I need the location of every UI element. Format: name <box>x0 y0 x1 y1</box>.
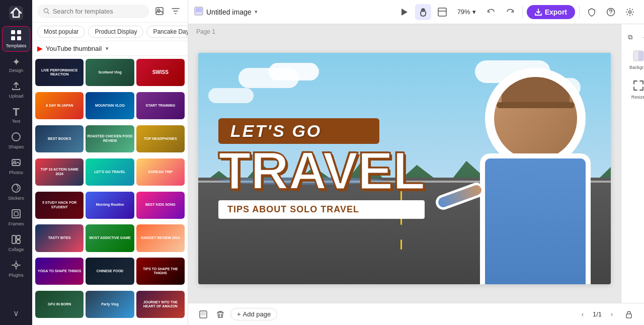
page-nav: ‹ 1/1 › <box>577 308 618 320</box>
list-item[interactable]: MOST ADDICTIVE GAME <box>86 224 134 252</box>
divider2 <box>579 6 580 18</box>
list-item[interactable]: LIVE PERFORMANCE REACTION <box>35 59 84 86</box>
list-item[interactable]: CHINESE FOOD <box>86 258 134 285</box>
hand-tool-button[interactable] <box>415 4 431 20</box>
filter-icon[interactable] <box>169 4 183 18</box>
list-item[interactable]: MOUNTAIN VLOG <box>86 92 134 119</box>
background-label: Backgr... <box>629 65 644 70</box>
search-wrapper[interactable] <box>37 5 149 18</box>
sidebar-item-stickers[interactable]: Stickers <box>2 180 30 204</box>
sidebar-item-photos[interactable]: Photos <box>2 154 30 178</box>
sidebar-item-upload[interactable]: Upload <box>2 78 30 102</box>
bottom-bar: + Add page ‹ 1/1 › <box>188 303 644 325</box>
list-item[interactable]: START TRAINING <box>136 92 185 119</box>
canvas-workspace: Page 1 <box>188 24 644 303</box>
next-page-button[interactable]: › <box>606 308 618 320</box>
lock-button[interactable] <box>622 307 636 321</box>
list-item[interactable]: KOREAN TRIP <box>136 158 185 186</box>
doc-title-area[interactable]: Untitled image ▾ <box>194 7 258 18</box>
category-selector[interactable]: ▶ YouTube thumbnail ▾ <box>32 41 188 56</box>
top-bar: Untitled image ▾ 79% <box>188 0 644 24</box>
resize-label: Resize <box>631 95 644 100</box>
sidebar-item-label-templates: Templates <box>6 43 26 48</box>
page-thumbnail-icon[interactable] <box>196 307 210 321</box>
page-label: Page 1 <box>196 28 215 35</box>
delete-page-icon[interactable] <box>213 307 227 321</box>
filter-tab-product-display[interactable]: Product Display <box>88 26 143 38</box>
resize-panel-item[interactable]: Resize <box>623 76 645 104</box>
list-item[interactable]: TOP HEADPHONES <box>136 125 185 152</box>
list-item[interactable]: Scotland Vlog <box>86 59 134 86</box>
resize-icon <box>633 80 644 94</box>
list-item[interactable]: 5 STUDY HACK FOR STUDENT <box>35 192 84 219</box>
undo-button[interactable] <box>483 4 499 20</box>
present-button[interactable] <box>396 4 412 20</box>
layout-button[interactable] <box>434 4 450 20</box>
copy-icon[interactable]: ⧉ <box>623 30 637 44</box>
list-item[interactable]: JOURNEY INTO THE HEART OF AMAZON <box>136 291 185 318</box>
upload-icon <box>11 81 21 93</box>
redo-button[interactable] <box>502 4 518 20</box>
list-item[interactable]: BEST KIDS SONG <box>136 192 185 219</box>
frames-icon <box>11 209 21 220</box>
sidebar-item-design[interactable]: ✦ Design <box>2 54 30 76</box>
list-item[interactable]: GADGET REVIEW 2024 <box>136 224 185 252</box>
add-page-button[interactable]: + Add page <box>230 308 277 320</box>
list-item[interactable]: TOP 10 ACTION GAME 2024 <box>35 158 84 186</box>
youtube-icon: ▶ <box>37 44 43 52</box>
background-panel-item[interactable]: Backgr... <box>623 46 645 74</box>
sidebar-item-label-plugins: Plugins <box>9 273 24 278</box>
sidebar-item-text[interactable]: T Text <box>2 104 30 127</box>
sidebar-expand-icon[interactable]: ∨ <box>2 305 30 321</box>
sidebar-item-frames[interactable]: Frames <box>2 206 30 229</box>
background-icon <box>633 50 644 64</box>
search-input[interactable] <box>53 8 143 15</box>
svg-rect-10 <box>14 212 18 216</box>
list-item[interactable]: GFU IN BORN <box>35 291 84 318</box>
settings-button[interactable] <box>622 4 638 20</box>
more-options-icon[interactable]: ⋯ <box>639 30 645 44</box>
shield-button[interactable] <box>584 4 600 20</box>
filter-tab-pancake-day[interactable]: Pancake Day <box>146 26 188 38</box>
list-item[interactable]: BEST BOOKS <box>35 125 84 152</box>
document-icon <box>194 7 203 18</box>
sidebar-item-collage[interactable]: Collage <box>2 231 30 255</box>
list-item[interactable]: SWISS <box>136 59 185 86</box>
design-icon: ✦ <box>12 57 21 67</box>
svg-point-14 <box>15 264 18 267</box>
templates-icon <box>11 30 22 42</box>
list-item[interactable]: ROASTED CHICKEN FOOD REVIEW <box>86 125 134 152</box>
zoom-selector[interactable]: 79% ▾ <box>453 6 480 18</box>
body-outline <box>480 153 591 284</box>
filter-tab-most-popular[interactable]: Most popular <box>37 26 85 38</box>
svg-rect-13 <box>17 240 20 243</box>
image-search-icon[interactable] <box>152 4 167 18</box>
list-item[interactable]: LET'S GO TRAVEL <box>86 158 134 186</box>
left-sidebar: Templates ✦ Design Upload T Text Shapes <box>0 0 32 325</box>
svg-rect-21 <box>438 8 446 16</box>
right-panel: ⧉ ⋯ Backgr... <box>621 24 644 303</box>
right-panel-header: ⧉ ⋯ <box>621 28 644 44</box>
app-logo[interactable] <box>7 4 25 22</box>
doc-title-chevron-icon: ▾ <box>255 9 258 15</box>
export-button[interactable]: Export <box>527 5 575 19</box>
list-item[interactable]: Party Vlog <box>86 291 134 318</box>
prev-page-button[interactable]: ‹ <box>577 308 589 320</box>
jacket <box>485 158 586 284</box>
list-item[interactable]: TASTY BITES <box>35 224 84 252</box>
search-bar-icons <box>152 4 183 18</box>
sidebar-item-shapes[interactable]: Shapes <box>2 129 30 152</box>
sidebar-item-templates[interactable]: Templates <box>2 26 30 52</box>
list-item[interactable]: TIPS TO SHAPE THE THIGHS <box>136 258 185 285</box>
list-item[interactable]: A DAY IN JAPAN <box>35 92 84 119</box>
svg-rect-6 <box>12 159 20 166</box>
list-item[interactable]: YOGA TO SHAPE THINGS <box>35 258 84 285</box>
list-item[interactable]: Morning Routine <box>86 192 134 219</box>
help-button[interactable] <box>603 4 619 20</box>
stickers-icon <box>11 183 21 195</box>
search-icon <box>43 8 50 15</box>
sidebar-item-plugins[interactable]: Plugins <box>2 257 30 281</box>
canvas-card[interactable]: LET'S GO TRAVEL TIPS ABOUT SOLO TRAVEL <box>198 53 611 284</box>
divider <box>522 6 523 18</box>
svg-rect-9 <box>12 210 20 218</box>
